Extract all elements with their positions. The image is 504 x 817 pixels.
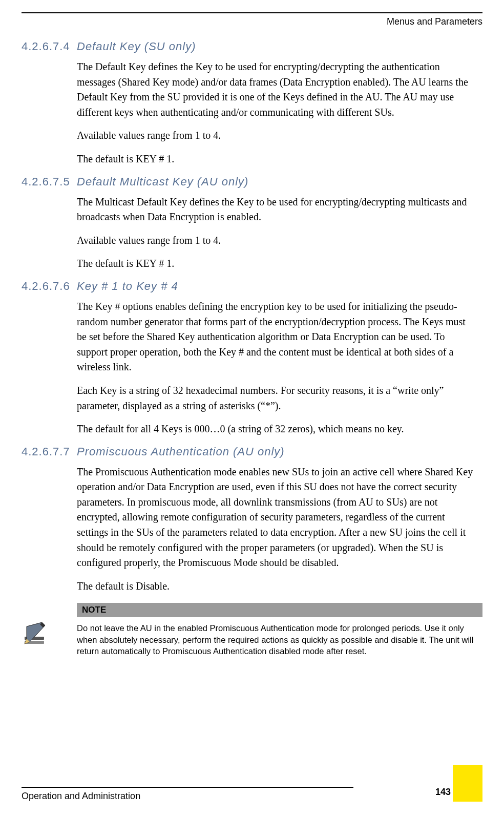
note-content: NOTE Do not leave the AU in the enabled …: [77, 603, 482, 657]
section-body: The Default Key defines the Key to be us…: [22, 59, 482, 167]
section-heading: 4.2.6.7.7 Promiscuous Authentication (AU…: [22, 445, 482, 458]
paragraph: The Multicast Default Key defines the Ke…: [77, 195, 476, 225]
note-block: NOTE Do not leave the AU in the enabled …: [22, 603, 482, 657]
page-number-wrap: 143: [453, 765, 482, 802]
note-pencil-icon: [22, 621, 48, 648]
section-number: 4.2.6.7.7: [22, 445, 77, 458]
header-rule: [22, 12, 482, 13]
section-heading: 4.2.6.7.5 Default Multicast Key (AU only…: [22, 175, 482, 188]
content-area: 4.2.6.7.4 Default Key (SU only) The Defa…: [22, 40, 482, 657]
paragraph: The Key # options enables defining the e…: [77, 299, 476, 375]
page: Menus and Parameters 4.2.6.7.4 Default K…: [0, 0, 504, 817]
paragraph: The Default Key defines the Key to be us…: [77, 59, 476, 120]
paragraph: The default is Disable.: [77, 579, 476, 594]
footer: Operation and Administration 143: [22, 787, 482, 802]
paragraph: The Promiscuous Authentication mode enab…: [77, 465, 476, 571]
section-number: 4.2.6.7.6: [22, 280, 77, 293]
paragraph: Available values range from 1 to 4.: [77, 128, 476, 143]
paragraph: The default is KEY # 1.: [77, 256, 476, 271]
section-title: Default Key (SU only): [77, 40, 196, 53]
header-right-text: Menus and Parameters: [387, 16, 482, 27]
paragraph: The default is KEY # 1.: [77, 152, 476, 167]
section-number: 4.2.6.7.5: [22, 175, 77, 188]
note-text: Do not leave the AU in the enabled Promi…: [77, 617, 482, 657]
section-title: Key # 1 to Key # 4: [77, 280, 178, 293]
paragraph: Each Key is a string of 32 hexadecimal n…: [77, 383, 476, 413]
section-heading: 4.2.6.7.6 Key # 1 to Key # 4: [22, 280, 482, 293]
section-body: The Key # options enables defining the e…: [22, 299, 482, 437]
section-heading: 4.2.6.7.4 Default Key (SU only): [22, 40, 482, 53]
footer-left-text: Operation and Administration: [22, 791, 482, 802]
section-title: Promiscuous Authentication (AU only): [77, 445, 285, 458]
note-label: NOTE: [82, 605, 106, 615]
page-number: 143: [435, 787, 451, 798]
section-number: 4.2.6.7.4: [22, 40, 77, 53]
paragraph: Available values range from 1 to 4.: [77, 233, 476, 248]
section-body: The Promiscuous Authentication mode enab…: [22, 465, 482, 594]
page-number-decoration: [453, 765, 482, 802]
note-header-bar: NOTE: [77, 603, 482, 617]
paragraph: The default for all 4 Keys is 000…0 (a s…: [77, 422, 476, 437]
section-title: Default Multicast Key (AU only): [77, 175, 248, 188]
section-body: The Multicast Default Key defines the Ke…: [22, 195, 482, 271]
footer-rule: [22, 787, 353, 788]
note-icon-column: [22, 603, 77, 657]
